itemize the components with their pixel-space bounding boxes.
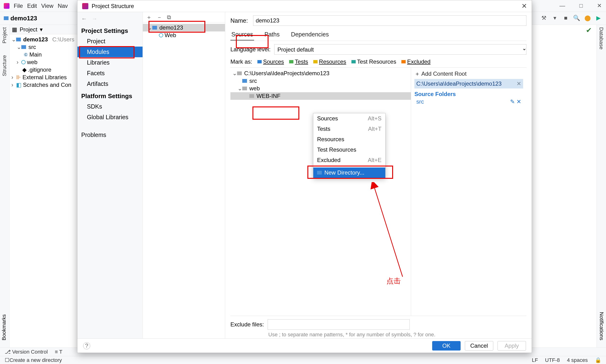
forward-icon[interactable]: → [92,15,97,22]
tree-row-scratches[interactable]: › ◧ Scratches and Con [10,81,78,89]
stop-icon[interactable]: ■ [563,15,569,21]
cm-resources[interactable]: Resources [313,134,385,144]
ok-button[interactable]: OK [432,341,461,351]
back-icon[interactable]: ← [81,15,87,22]
updates-icon[interactable]: ⬤ [584,15,591,21]
nav-item-facets[interactable]: Facets [77,68,143,78]
mark-as-tests[interactable]: Tests [289,58,308,65]
copy-icon[interactable]: ⧉ [167,14,171,21]
class-icon: C [24,52,28,57]
status-lock-icon[interactable]: 🔒 [595,357,601,363]
chevron-down-icon[interactable]: ⌄ [232,70,236,77]
resources-icon [313,60,317,63]
mark-as-excluded[interactable]: Excluded [401,58,430,65]
chevron-down-icon[interactable]: ⌄ [237,85,241,92]
nav-item-global-libraries[interactable]: Global Libraries [77,112,143,122]
close-icon[interactable]: ✕ [597,2,602,9]
tab-dependencies[interactable]: Dependencies [290,29,330,41]
content-root-row[interactable]: C:\Users\a\IdeaProjects\demo123 ✕ [414,79,523,89]
close-icon[interactable]: ✕ [516,80,521,87]
menu-navigate[interactable]: Nav [58,3,68,9]
todo-tab[interactable]: ≡ T [55,349,63,355]
module-name-input[interactable] [253,15,526,26]
source-folder-row[interactable]: src ✎ ✕ [414,97,523,106]
project-tool-tab[interactable]: Project [0,25,9,46]
tab-paths[interactable]: Paths [263,29,281,41]
chevron-down-icon[interactable]: ⌄ [17,44,20,50]
menu-file[interactable]: File [14,3,23,9]
nav-item-sdks[interactable]: SDKs [77,101,143,112]
cm-sources[interactable]: SourcesAlt+S [313,113,385,124]
database-tool-tab[interactable]: Database [597,25,606,52]
content-root-tree[interactable]: ⌄ C:\Users\a\IdeaProjects\demo123 src ⌄ … [230,68,411,316]
status-encoding[interactable]: UTF-8 [545,357,560,363]
chevron-right-icon[interactable]: › [17,59,20,65]
add-content-root-button[interactable]: ＋ Add Content Root [414,70,523,78]
module-tree[interactable]: ⌄ demo123 Web [143,23,225,40]
notifications-tool-tab[interactable]: Notifications [598,312,605,340]
close-icon[interactable]: ✕ [516,98,521,105]
chevron-right-icon[interactable]: › [11,74,15,81]
module-row-root[interactable]: ⌄ demo123 [143,24,225,31]
chevron-down-icon[interactable]: ▾ [551,15,558,21]
language-level-select[interactable]: Project default [274,44,526,55]
tab-sources[interactable]: Sources [230,29,254,41]
bookmarks-tool-tab[interactable]: Bookmarks [1,314,7,340]
chevron-down-icon[interactable]: ⌄ [148,24,151,31]
chevron-down-icon[interactable]: ▾ [40,26,43,33]
exclude-files-input[interactable] [268,319,410,330]
nav-item-artifacts[interactable]: Artifacts [77,78,143,89]
cm-new-directory[interactable]: New Directory... [313,168,385,178]
run-icon[interactable]: ▶ [595,15,602,21]
version-control-tab[interactable]: ⎇ Version Control [5,349,48,355]
add-icon[interactable]: ＋ [146,13,152,21]
breadcrumb-project[interactable]: demo123 [10,15,37,22]
content-row-src[interactable]: src [230,77,411,85]
content-row-root[interactable]: ⌄ C:\Users\a\IdeaProjects\demo123 [230,69,411,77]
cm-excluded[interactable]: ExcludedAlt+E [313,155,385,165]
help-icon[interactable]: ? [83,342,90,349]
content-row-web[interactable]: ⌄ web [230,85,411,92]
cancel-button[interactable]: Cancel [465,341,493,351]
folder-icon [21,45,26,49]
tree-row-gitignore[interactable]: ◆ .gitignore [10,66,78,74]
mark-as-test-resources[interactable]: Test Resources [351,58,396,65]
apply-button[interactable]: Apply [497,341,526,351]
cm-tests[interactable]: TestsAlt+T [313,124,385,134]
mark-as-resources[interactable]: Resources [313,58,346,65]
tree-row-ext-libs[interactable]: › ⊪ External Libraries [10,74,78,81]
build-icon[interactable]: ⚒ [541,15,547,21]
settings-nav: ← → Project Settings Project Modules Lib… [77,12,143,338]
project-tool-title[interactable]: Project [20,26,37,33]
tree-label: demo123 [23,36,48,43]
nav-item-modules[interactable]: Modules [77,47,143,57]
tree-row-main[interactable]: C Main [10,51,78,58]
module-list-panel: ＋ － ⧉ ⌄ demo123 Web [143,12,225,338]
chevron-right-icon[interactable]: › [11,82,15,88]
edit-icon[interactable]: ✎ [510,98,515,105]
nav-item-problems[interactable]: Problems [77,130,143,140]
menu-edit[interactable]: Edit [27,3,37,9]
close-icon[interactable]: ✕ [522,2,527,10]
tree-row-web[interactable]: › web [10,58,78,66]
content-row-webinf[interactable]: WEB-INF [230,92,411,100]
search-icon[interactable]: 🔍 [573,15,580,21]
structure-tool-tab[interactable]: Structure [0,53,9,78]
status-indent[interactable]: 4 spaces [567,357,588,363]
tree-row-root[interactable]: ⌄ demo123 C:\Users [10,36,78,43]
nav-item-libraries[interactable]: Libraries [77,57,143,68]
tree-row-src[interactable]: ⌄ src [10,43,78,51]
status-line-ending[interactable]: LF [532,357,538,363]
maximize-icon[interactable]: □ [579,2,583,9]
project-tree[interactable]: ⌄ demo123 C:\Users ⌄ src C Main › web ◆ … [10,34,78,90]
ide-logo-icon [4,3,10,9]
inspections-ok-icon[interactable]: ✔ [586,26,592,34]
mark-as-sources[interactable]: Sources [257,58,284,65]
minimize-icon[interactable]: — [560,2,565,9]
chevron-down-icon[interactable]: ⌄ [11,36,15,43]
remove-icon[interactable]: － [156,13,162,21]
nav-item-project[interactable]: Project [77,36,143,47]
cm-test-resources[interactable]: Test Resources [313,144,385,155]
menu-view[interactable]: View [41,3,54,9]
module-row-web[interactable]: Web [143,31,225,39]
